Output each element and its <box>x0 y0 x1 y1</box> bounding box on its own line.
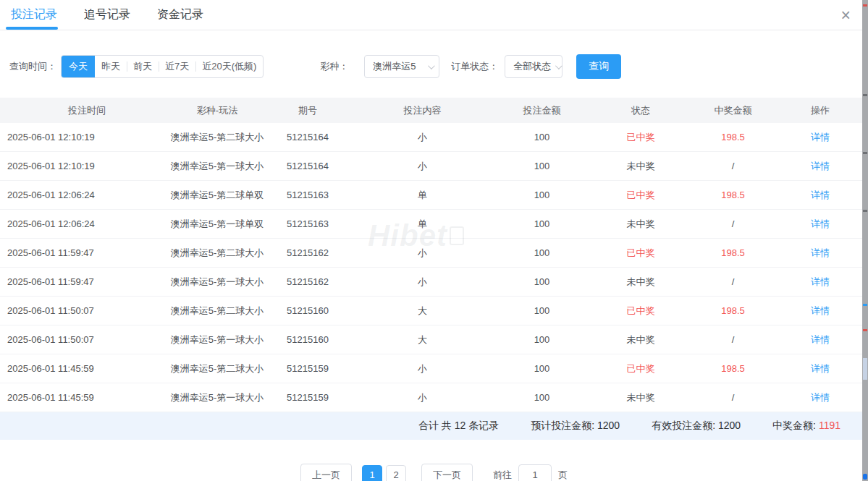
win-amount-cell: / <box>688 161 778 171</box>
lottery-type-select[interactable]: 澳洲幸运5 <box>364 55 439 78</box>
filter-yesterday[interactable]: 昨天 <box>95 56 127 77</box>
bet-time-cell: 2025-06-01 12:06:24 <box>0 190 174 200</box>
filter-last-20-days-low-freq[interactable]: 近20天(低频) <box>195 56 263 77</box>
bet-content-cell: 大 <box>355 333 490 346</box>
tab-label: 追号记录 <box>84 8 130 20</box>
game-type-cell: 澳洲幸运5-第一球大小 <box>174 391 261 404</box>
bet-content-cell: 单 <box>355 218 490 231</box>
game-type-cell: 澳洲幸运5-第二球大小 <box>174 305 261 318</box>
tab-betting-records[interactable]: 投注记录 <box>11 0 57 30</box>
issue-cell: 51215159 <box>261 392 355 403</box>
sliver-mark <box>863 304 867 306</box>
win-amount-cell: 198.5 <box>688 305 778 316</box>
table-row: 2025-06-01 11:50:07 澳洲幸运5-第二球大小 51215160… <box>0 297 862 325</box>
game-type-cell: 澳洲幸运5-第二球大小 <box>174 247 261 260</box>
issue-cell: 51215162 <box>261 247 355 258</box>
records-table: 投注时间 彩种-玩法 期号 投注内容 投注金额 状态 中奖金额 操作 2025-… <box>0 98 862 412</box>
bet-time-cell: 2025-06-01 12:06:24 <box>0 218 174 229</box>
detail-link[interactable]: 详情 <box>811 276 830 289</box>
goto-page-input[interactable] <box>518 464 552 481</box>
issue-cell: 51215160 <box>261 334 355 345</box>
header-bet-content: 投注内容 <box>355 104 490 117</box>
sliver-mark <box>863 94 867 96</box>
win-amount-cell: 198.5 <box>688 247 778 258</box>
table-row: 2025-06-01 12:06:24 澳洲幸运5-第一球单双 51215163… <box>0 210 862 239</box>
filter-option-label: 今天 <box>69 60 88 73</box>
table-body: 2025-06-01 12:10:19 澳洲幸运5-第二球大小 51215164… <box>0 123 862 412</box>
tab-chase-number-records[interactable]: 追号记录 <box>84 0 130 30</box>
table-row: 2025-06-01 12:10:19 澳洲幸运5-第二球大小 51215164… <box>0 123 862 152</box>
bet-time-cell: 2025-06-01 11:59:47 <box>0 276 174 287</box>
page-number-2[interactable]: 2 <box>386 465 406 481</box>
goto-label: 前往 <box>493 469 512 481</box>
bet-time-cell: 2025-06-01 12:10:19 <box>0 132 174 142</box>
filter-today[interactable]: 今天 <box>62 56 95 77</box>
status-cell: 已中奖 <box>594 131 688 144</box>
page-number-label: 2 <box>393 469 398 480</box>
detail-link[interactable]: 详情 <box>811 333 830 346</box>
order-status-select[interactable]: 全部状态 <box>505 55 562 78</box>
status-cell: 未中奖 <box>594 276 688 289</box>
table-header-row: 投注时间 彩种-玩法 期号 投注内容 投注金额 状态 中奖金额 操作 <box>0 98 862 123</box>
sliver-mark <box>863 358 867 380</box>
table-row: 2025-06-01 12:06:24 澳洲幸运5-第二球单双 51215163… <box>0 181 862 210</box>
bet-amount-cell: 100 <box>490 305 594 316</box>
lottery-type-value: 澳洲幸运5 <box>373 60 416 73</box>
bet-content-cell: 小 <box>355 362 490 375</box>
bet-time-cell: 2025-06-01 11:50:07 <box>0 334 174 345</box>
prev-page-button[interactable]: 上一页 <box>300 464 352 481</box>
status-cell: 未中奖 <box>594 218 688 231</box>
summary-total-records: 合计 共 12 条记录 <box>418 420 499 433</box>
game-type-cell: 澳洲幸运5-第一球大小 <box>174 276 261 289</box>
detail-link[interactable]: 详情 <box>811 160 830 173</box>
game-type-cell: 澳洲幸运5-第二球单双 <box>174 189 261 202</box>
page-numbers: 12 <box>362 465 410 481</box>
win-amount-cell: 198.5 <box>688 363 778 374</box>
query-button[interactable]: 查询 <box>576 54 621 79</box>
tab-label: 投注记录 <box>11 8 57 20</box>
header-bet-time: 投注时间 <box>0 104 174 117</box>
bet-amount-cell: 100 <box>490 161 594 171</box>
header-bet-amount: 投注金额 <box>490 104 594 117</box>
sliver-mark <box>863 474 867 480</box>
bet-amount-cell: 100 <box>490 276 594 287</box>
header-game-type: 彩种-玩法 <box>174 104 261 117</box>
order-status-value: 全部状态 <box>513 60 551 73</box>
detail-link[interactable]: 详情 <box>811 189 830 202</box>
pagination: 上一页 12 下一页 前往 页 <box>0 464 868 481</box>
sliver-mark <box>863 4 867 7</box>
next-page-button[interactable]: 下一页 <box>421 464 473 481</box>
bet-content-cell: 小 <box>355 131 490 144</box>
betting-records-modal: 投注记录追号记录资金记录× 查询时间： 今天昨天前天近7天近20天(低频) 彩种… <box>0 0 868 481</box>
detail-link[interactable]: 详情 <box>811 247 830 260</box>
detail-link[interactable]: 详情 <box>811 131 830 144</box>
filter-last-7-days[interactable]: 近7天 <box>159 56 195 77</box>
summary-bar: 合计 共 12 条记录 预计投注金额: 1200 有效投注金额: 1200 中奖… <box>0 412 862 440</box>
header-action: 操作 <box>778 104 862 117</box>
header-status: 状态 <box>594 104 688 117</box>
bet-amount-cell: 100 <box>490 218 594 229</box>
issue-cell: 51215163 <box>261 218 355 229</box>
detail-link[interactable]: 详情 <box>811 362 830 375</box>
background-page-sliver <box>862 0 868 481</box>
game-type-cell: 澳洲幸运5-第二球大小 <box>174 131 261 144</box>
tab-funds-records[interactable]: 资金记录 <box>157 0 203 30</box>
summary-valid-amount: 有效投注金额: 1200 <box>652 420 741 433</box>
close-icon[interactable]: × <box>841 4 851 26</box>
filter-option-label: 昨天 <box>101 60 120 73</box>
game-type-cell: 澳洲幸运5-第一球大小 <box>174 160 261 173</box>
detail-link[interactable]: 详情 <box>811 391 830 404</box>
summary-win-value: 1191 <box>819 420 840 431</box>
page-number-1[interactable]: 1 <box>362 465 382 481</box>
sliver-mark <box>863 152 867 154</box>
bet-content-cell: 小 <box>355 276 490 289</box>
detail-link[interactable]: 详情 <box>811 218 830 231</box>
issue-cell: 51215159 <box>261 363 355 374</box>
issue-cell: 51215163 <box>261 190 355 200</box>
status-cell: 已中奖 <box>594 247 688 260</box>
bet-time-cell: 2025-06-01 11:50:07 <box>0 305 174 316</box>
issue-cell: 51215164 <box>261 161 355 171</box>
win-amount-cell: / <box>688 392 778 403</box>
filter-day-before-yesterday[interactable]: 前天 <box>127 56 159 77</box>
detail-link[interactable]: 详情 <box>811 305 830 318</box>
